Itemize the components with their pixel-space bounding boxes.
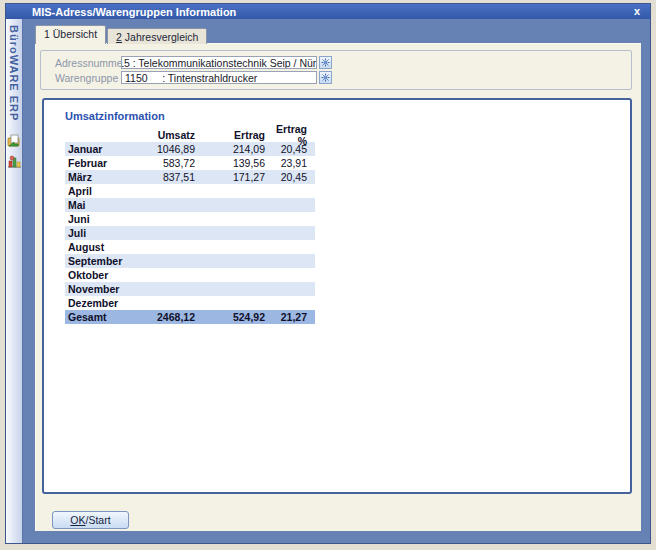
umsatz-panel: Umsatzinformation Umsatz Ertrag Ertrag %…: [42, 98, 632, 494]
main-area: 1 Übersicht 2 Jahresvergleich Adressnumm…: [23, 19, 650, 543]
panel-title: Umsatzinformation: [65, 110, 630, 122]
table-header-row: Umsatz Ertrag Ertrag %: [65, 127, 315, 142]
table-row: Februar 583,72 139,56 23,91: [65, 156, 315, 170]
title-bar: MIS-Adress/Warengruppen Information x: [6, 4, 650, 19]
ok-button-rest: /Start: [86, 514, 111, 526]
table-total-row: Gesamt 2468,12 524,92 21,27: [65, 310, 315, 324]
brand-sidebar: BüroWARE ERP: [6, 19, 23, 543]
table-row: August: [65, 240, 315, 254]
ertrag-column-header: Ertrag: [195, 129, 265, 141]
tab-label: Jahresvergleich: [122, 31, 198, 43]
window-title: MIS-Adress/Warengruppen Information: [32, 6, 236, 18]
warengruppe-label: Warengruppe: [55, 72, 121, 84]
ok-button-mnemonic: OK: [70, 514, 85, 526]
umsatz-table: Umsatz Ertrag Ertrag % Januar 1046,89 21…: [65, 127, 315, 324]
tab-uebersicht[interactable]: 1 Übersicht: [35, 25, 106, 44]
table-row: Juni: [65, 212, 315, 226]
footer-bar: OK/Start: [52, 511, 641, 529]
tab-label: Übersicht: [50, 28, 97, 40]
table-row: Dezember: [65, 296, 315, 310]
table-row: Januar 1046,89 214,09 20,45: [65, 142, 315, 156]
table-row: September: [65, 254, 315, 268]
table-row: April: [65, 184, 315, 198]
tab-jahresvergleich[interactable]: 2 Jahresvergleich: [107, 28, 207, 44]
brand-text: BüroWARE ERP: [8, 25, 20, 121]
warengruppe-lookup-button[interactable]: [319, 71, 332, 84]
adressnummer-field[interactable]: 10015 : Telekommunikationstechnik Seip /…: [121, 56, 317, 69]
warengruppe-field[interactable]: 1150 : Tintenstrahldrucker: [121, 71, 317, 84]
close-icon[interactable]: x: [634, 4, 640, 18]
umsatz-column-header: Umsatz: [137, 129, 195, 141]
tab-strip: 1 Übersicht 2 Jahresvergleich: [35, 25, 208, 44]
adressnummer-label: Adressnummer: [55, 57, 121, 69]
ok-start-button[interactable]: OK/Start: [52, 511, 129, 529]
app-window: MIS-Adress/Warengruppen Information x Bü…: [5, 3, 651, 544]
tab-page-uebersicht: Adressnummer 10015 : Telekommunikationst…: [35, 43, 641, 531]
folder-document-icon[interactable]: [7, 133, 22, 148]
table-row: November: [65, 282, 315, 296]
selection-groupbox: Adressnummer 10015 : Telekommunikationst…: [40, 50, 632, 90]
warengruppe-row: Warengruppe 1150 : Tintenstrahldrucker: [55, 70, 623, 85]
gear-icon: [321, 73, 330, 82]
adressnummer-row: Adressnummer 10015 : Telekommunikationst…: [55, 55, 623, 70]
table-row: März 837,51 171,27 20,45: [65, 170, 315, 184]
table-row: Oktober: [65, 268, 315, 282]
statistics-chart-icon[interactable]: [7, 154, 22, 169]
gear-icon: [321, 58, 330, 67]
adressnummer-lookup-button[interactable]: [319, 56, 332, 69]
table-row: Juli: [65, 226, 315, 240]
table-row: Mai: [65, 198, 315, 212]
